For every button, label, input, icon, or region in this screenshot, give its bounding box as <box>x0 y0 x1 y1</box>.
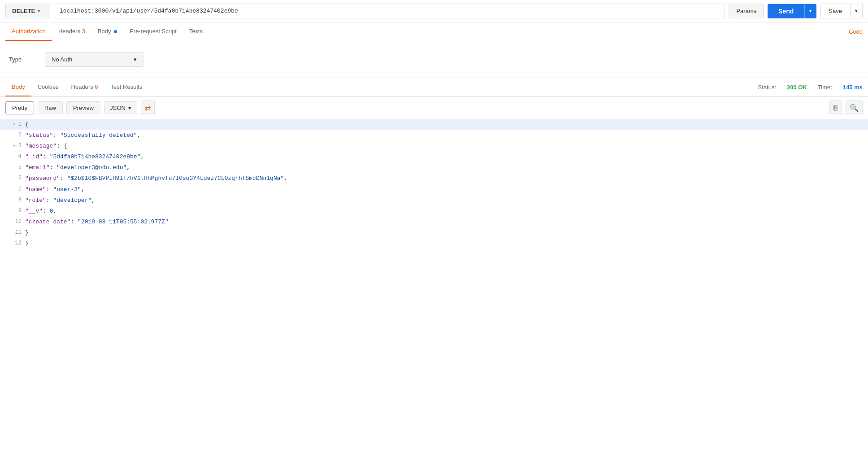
tab-authorization[interactable]: Authorization <box>5 22 52 41</box>
line-content: } <box>25 227 868 238</box>
json-key: "__v" <box>25 208 43 214</box>
params-button[interactable]: Params <box>729 4 764 18</box>
json-key: "status" <box>25 132 53 139</box>
json-line: 12} <box>0 238 868 249</box>
send-dropdown-button[interactable]: ▾ <box>804 4 816 18</box>
json-string: "$2b$10$FBVPiH9lT/hV1.RhMghvfu7I0su3Y4Ld… <box>67 175 284 182</box>
json-line: 9 "__v": 0, <box>0 206 868 217</box>
json-string: "developer3@odu.edu" <box>56 164 126 171</box>
response-tabs-bar: Body Cookies Headers 6 Test Results Stat… <box>0 78 868 97</box>
line-number: 10 <box>0 217 25 227</box>
wrap-icon[interactable]: ⇄ <box>141 100 155 115</box>
json-line: 4 "_id": "5d4fa0b714be83247402e9be", <box>0 152 868 162</box>
json-punctuation: } <box>25 240 29 247</box>
json-key: "create_date" <box>25 218 70 225</box>
url-input[interactable] <box>54 4 725 18</box>
resp-tab-cookies[interactable]: Cookies <box>31 78 65 96</box>
raw-button[interactable]: Raw <box>38 101 63 114</box>
format-bar: Pretty Raw Preview JSON ▾ ⇄ ⎘ 🔍 <box>0 97 868 119</box>
json-string: "5d4fa0b714be83247402e9be" <box>50 153 141 160</box>
json-line: 11 } <box>0 227 868 238</box>
json-string: "developer" <box>53 197 91 204</box>
save-button[interactable]: Save <box>820 4 851 18</box>
save-dropdown-button[interactable]: ▾ <box>851 4 863 18</box>
json-key: "message" <box>25 143 56 149</box>
format-bar-right: ⎘ 🔍 <box>829 100 863 115</box>
search-button[interactable]: 🔍 <box>846 100 863 115</box>
json-key: "email" <box>25 164 50 171</box>
tab-headers[interactable]: Headers 3 <box>52 22 91 41</box>
line-content: "__v": 0, <box>25 206 868 217</box>
top-bar: DELETE ▾ Params Send ▾ Save ▾ <box>0 0 868 22</box>
fold-arrow-icon[interactable]: ▾ <box>13 142 16 150</box>
json-string: "2019-08-11T05:55:02.977Z" <box>78 218 169 225</box>
json-punctuation: : <box>46 186 53 193</box>
time-value: 145 ms <box>843 84 863 91</box>
json-punctuation: , <box>140 153 144 160</box>
line-number: 6 <box>0 173 25 183</box>
response-status: Status: 200 OK Time: 145 ms <box>758 84 863 91</box>
json-punctuation: : <box>43 153 50 160</box>
resp-tab-test-results[interactable]: Test Results <box>104 78 149 96</box>
json-line: 6 "password": "$2b$10$FBVPiH9lT/hV1.RhMg… <box>0 173 868 184</box>
status-value: 200 OK <box>787 84 807 91</box>
json-punctuation: , <box>91 197 95 204</box>
json-punctuation: , <box>126 164 130 171</box>
request-tabs: Authorization Headers 3 Body Pre-request… <box>0 22 868 41</box>
json-key: "password" <box>25 175 60 182</box>
line-content: "status": "Successfully deleted", <box>25 130 868 141</box>
line-number: 9 <box>0 206 25 216</box>
json-punctuation: : { <box>56 143 67 149</box>
json-viewer: ▾1{2 "status": "Successfully deleted",▾3… <box>0 119 868 249</box>
tab-pre-request[interactable]: Pre-request Script <box>123 22 183 41</box>
format-select[interactable]: JSON ▾ <box>104 101 137 114</box>
json-key: "name" <box>25 186 46 193</box>
format-value: JSON <box>110 105 126 111</box>
tab-body[interactable]: Body <box>91 22 123 41</box>
resp-tab-headers[interactable]: Headers 6 <box>65 78 104 96</box>
line-content: "_id": "5d4fa0b714be83247402e9be", <box>25 152 868 162</box>
headers-badge: 3 <box>82 28 85 35</box>
line-content: } <box>25 238 868 249</box>
code-link[interactable]: Code <box>849 23 863 40</box>
json-punctuation: : <box>46 197 53 204</box>
line-number: 5 <box>0 162 25 172</box>
resp-tab-body[interactable]: Body <box>5 78 31 96</box>
method-dropdown[interactable]: DELETE ▾ <box>5 4 50 18</box>
json-punctuation: : <box>43 208 50 214</box>
preview-button[interactable]: Preview <box>66 101 100 114</box>
resp-headers-badge: 6 <box>95 83 98 90</box>
json-line: 5 "email": "developer3@odu.edu", <box>0 162 868 173</box>
auth-type-chevron-icon: ▾ <box>134 56 137 63</box>
auth-type-select[interactable]: No Auth ▾ <box>45 52 143 67</box>
line-number: ▾1 <box>0 119 25 129</box>
auth-section: Type No Auth ▾ <box>0 41 868 78</box>
json-string: "user-3" <box>53 186 81 193</box>
pretty-button[interactable]: Pretty <box>5 101 34 114</box>
line-number: 12 <box>0 238 25 248</box>
send-button-group: Send ▾ <box>768 4 816 18</box>
line-content: "password": "$2b$10$FBVPiH9lT/hV1.RhMghv… <box>25 173 868 184</box>
json-punctuation: } <box>25 229 29 236</box>
line-number: 2 <box>0 130 25 140</box>
json-punctuation: , <box>284 175 287 182</box>
type-label: Type <box>9 56 36 63</box>
fold-arrow-icon[interactable]: ▾ <box>13 121 16 128</box>
status-prefix: Status: <box>758 84 776 91</box>
line-content: "create_date": "2019-08-11T05:55:02.977Z… <box>25 217 868 227</box>
tab-tests[interactable]: Tests <box>183 22 209 41</box>
copy-button[interactable]: ⎘ <box>829 100 842 115</box>
json-punctuation: , <box>137 132 141 139</box>
line-content: "email": "developer3@odu.edu", <box>25 162 868 173</box>
json-line: 7 "name": "user-3", <box>0 184 868 195</box>
time-prefix: Time: <box>818 84 832 91</box>
line-content: "role": "developer", <box>25 195 868 206</box>
json-string: "Successfully deleted" <box>60 132 137 139</box>
save-button-group: Save ▾ <box>820 4 863 18</box>
send-button[interactable]: Send <box>768 4 804 18</box>
body-dot <box>114 30 117 33</box>
auth-type-value: No Auth <box>52 56 72 63</box>
format-chevron-icon: ▾ <box>128 105 131 111</box>
method-chevron-icon: ▾ <box>38 9 40 13</box>
json-punctuation: { <box>25 121 29 128</box>
